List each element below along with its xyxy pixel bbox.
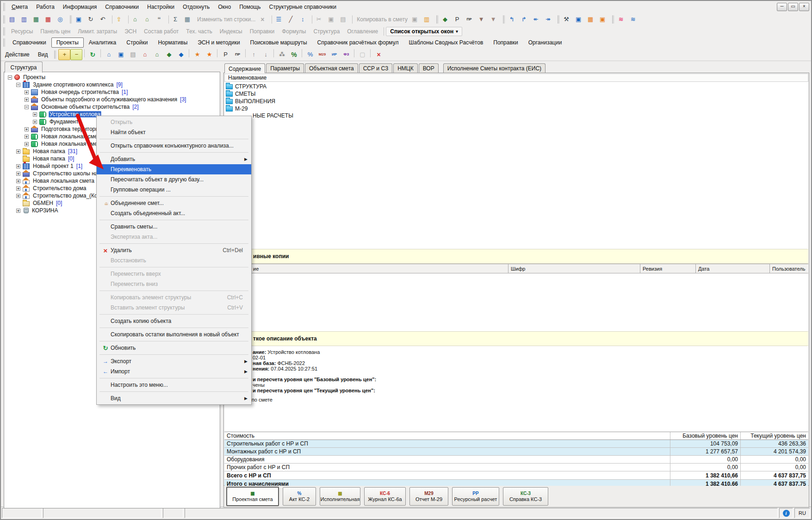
layers-pink-icon[interactable]: ≋ [616, 14, 628, 25]
menu-item[interactable]: Окно [214, 2, 235, 12]
menu-item[interactable]: Настройки [143, 2, 179, 12]
context-menu-item[interactable]: Обновить [97, 343, 251, 353]
save-icon[interactable]: ▣ [74, 14, 86, 25]
minimize-button[interactable]: ─ [777, 3, 787, 11]
column-shifr[interactable]: Шифр [508, 264, 640, 273]
tree-expander[interactable]: + [25, 135, 29, 139]
menu-item[interactable]: Справочники [101, 2, 143, 12]
move-down-icon[interactable]: ↓ [260, 49, 272, 60]
panel-toggle[interactable]: Панель цен [37, 27, 74, 36]
doc-empty-icon[interactable]: ▢ [356, 49, 368, 60]
search-icon[interactable]: ◎ [56, 14, 68, 25]
truck2-icon[interactable]: ▣ [598, 14, 610, 25]
cancel-icon[interactable]: × [258, 14, 270, 25]
tree-expander[interactable]: + [16, 194, 20, 198]
tree-item[interactable]: − Здание спортивного комплекса [9] [5, 81, 219, 88]
tree-expander[interactable]: + [16, 164, 20, 168]
column-user[interactable]: Пользователь [770, 264, 808, 273]
cut-icon[interactable]: ✂ [314, 14, 326, 25]
tree-expander[interactable]: − [8, 75, 12, 80]
import-book-blue-icon[interactable]: ◆ [175, 49, 187, 60]
workspace-tab[interactable]: Справочник расчётных формул [312, 37, 404, 48]
tree-expander[interactable]: + [25, 142, 29, 146]
outdent-icon[interactable]: ↞ [531, 14, 543, 25]
menu-item[interactable]: Помощь [235, 2, 265, 12]
list-item[interactable]: СТРУКТУРА [225, 83, 808, 90]
move-up-icon[interactable]: ↑ [248, 49, 260, 60]
change-row-type-button[interactable]: Изменить тип строки... [195, 14, 258, 25]
tree-expander[interactable]: + [25, 98, 29, 102]
context-menu-item[interactable]: Открыть [97, 117, 251, 127]
workspace-tab[interactable]: Организации [523, 37, 567, 48]
context-menu-item[interactable]: Импорт ▶ [97, 366, 251, 377]
page-pr-icon[interactable]: ПР [231, 49, 243, 60]
context-menu-item[interactable]: Настроить это меню... [97, 380, 251, 390]
upload-doc-icon[interactable]: ⇧ [114, 14, 126, 25]
report-button[interactable]: КС-6 Журнал КС-6а [364, 487, 406, 506]
tree-expander[interactable]: + [33, 112, 37, 117]
panel-toggle[interactable]: Лимит. затраты [74, 27, 121, 36]
analysis-icon[interactable]: ⚒ [562, 14, 574, 25]
context-menu-item[interactable]: Открыть справочник конъюнктурного анализ… [97, 141, 251, 151]
language-indicator[interactable]: RU [794, 508, 810, 518]
context-menu-item[interactable]: Вид ▶ [97, 393, 251, 403]
tree-item[interactable]: + Объекты подсобного и обслуживающего на… [5, 96, 219, 103]
doc-fz-icon[interactable]: ФЗ [340, 49, 352, 60]
comment-icon[interactable]: “ [155, 14, 167, 25]
status-info[interactable]: i [779, 508, 793, 518]
copy-icon[interactable]: ▣ [326, 14, 338, 25]
workspace-tab[interactable]: Поисковые маршруты [245, 37, 312, 48]
expand-folder-icon[interactable]: + [58, 49, 70, 60]
context-menu-item[interactable]: Создать копию объекта [97, 316, 251, 326]
context-menu-item[interactable]: Сравнить сметы... [97, 222, 251, 232]
tree-expander[interactable]: + [16, 172, 20, 176]
workspace-tab[interactable]: Шаблоны Сводных Расчётов [403, 37, 488, 48]
tree-expander[interactable]: + [16, 186, 20, 191]
add-project-icon[interactable]: ⌂ [103, 49, 115, 60]
close-red-icon[interactable]: × [372, 49, 384, 60]
structure-tree-icon[interactable]: ▤ [7, 14, 19, 25]
refresh-tree-icon[interactable]: ↻ [87, 49, 99, 60]
excel-export-icon[interactable]: ▦ [31, 14, 43, 25]
tree-expander[interactable]: + [16, 149, 20, 154]
context-menu-item[interactable]: Переместить вниз [97, 279, 251, 289]
context-menu-item[interactable]: Групповые операции ... [97, 185, 251, 195]
level-down-icon[interactable]: ↱ [519, 14, 531, 25]
edit-doc-icon[interactable]: ╱ [286, 14, 298, 25]
context-menu-item[interactable]: Экспорт ▶ [97, 356, 251, 366]
panel-toggle[interactable]: Ресурсы [7, 27, 37, 36]
copy-page-icon[interactable]: ▣ [410, 14, 422, 25]
context-menu-item[interactable]: Переместить вверх [97, 269, 251, 279]
ka-icon[interactable]: ★ [191, 49, 203, 60]
materials-icon[interactable]: ▦ [586, 14, 598, 25]
menu-item[interactable]: Структурные справочники [265, 2, 341, 12]
action-menu[interactable]: Действие [1, 50, 34, 59]
context-menu-item[interactable]: Переименовать [97, 164, 251, 174]
tree-expander[interactable]: + [25, 127, 29, 131]
paste-icon[interactable]: ▤ [338, 14, 350, 25]
context-menu-item[interactable]: Объединение смет... [97, 198, 251, 208]
group-operations-icon[interactable]: ⁂ [276, 49, 288, 60]
open-windows-button[interactable]: Список открытых окон ▾ [386, 27, 462, 36]
collapse-folder-icon[interactable]: − [70, 49, 82, 60]
panel-toggle[interactable]: ЭСН [121, 27, 140, 36]
menu-item[interactable]: Отдохнуть [179, 2, 214, 12]
list-item[interactable]: М-29 [225, 105, 808, 112]
refresh-icon[interactable]: ↻ [86, 14, 98, 25]
tree-item[interactable]: + Новая очередь строительства [1] [5, 88, 219, 96]
menu-item[interactable]: Информация [59, 2, 101, 12]
truck-icon[interactable]: ▣ [574, 14, 586, 25]
context-menu-item[interactable]: Вставить элемент структуры Ctrl+V [97, 303, 251, 313]
object-tab[interactable]: Содержание [224, 63, 265, 73]
context-menu-item[interactable]: Пересчитать объект в другую базу... [97, 174, 251, 185]
copy-object-icon[interactable]: ▣ [115, 49, 127, 60]
context-menu-item[interactable]: Восстановить [97, 255, 251, 266]
tree-expander[interactable]: + [25, 90, 29, 94]
object-tab[interactable]: НМЦК [393, 63, 418, 73]
workspace-tab[interactable]: Проекты [51, 37, 84, 48]
panel-toggle[interactable]: Структура [310, 27, 343, 36]
paste-clipboard-icon[interactable]: ▥ [422, 14, 434, 25]
action-menu[interactable]: Вид [34, 50, 52, 59]
percent-green-icon[interactable]: % [288, 49, 300, 60]
close-button[interactable]: × [799, 3, 809, 11]
